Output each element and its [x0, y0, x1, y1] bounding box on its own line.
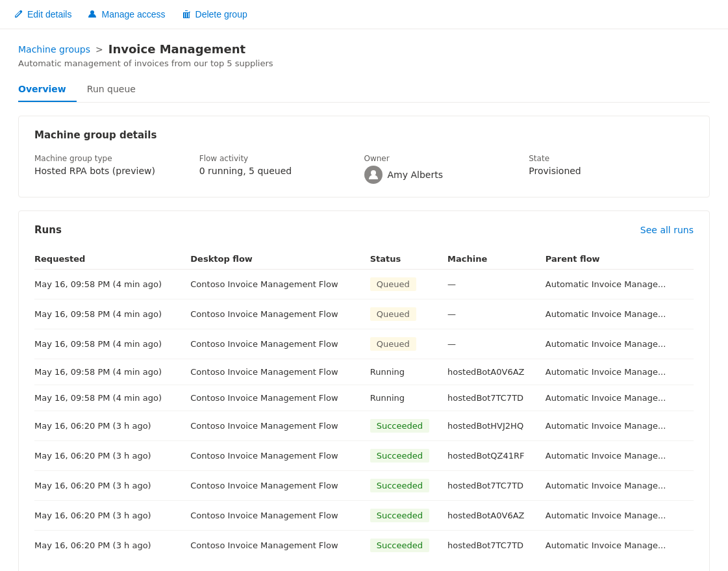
col-desktop-flow: Desktop flow: [190, 249, 370, 270]
cell-machine: hostedBotQZ41RF: [447, 441, 546, 471]
cell-machine: hostedBotA0V6AZ: [447, 359, 546, 385]
status-badge: Queued: [370, 277, 416, 291]
table-row: May 16, 09:58 PM (4 min ago) Contoso Inv…: [34, 329, 694, 359]
cell-requested: May 16, 06:20 PM (3 h ago): [34, 501, 190, 531]
status-badge: Succeeded: [370, 419, 429, 433]
table-row: May 16, 06:20 PM (3 h ago) Contoso Invoi…: [34, 471, 694, 501]
delete-icon: [181, 9, 192, 19]
page-content: Machine groups > Invoice Management Auto…: [0, 29, 728, 571]
machine-group-details-card: Machine group details Machine group type…: [18, 116, 710, 197]
cell-desktop-flow: Contoso Invoice Management Flow: [190, 329, 370, 359]
status-badge: Succeeded: [370, 479, 429, 492]
edit-icon: [13, 9, 23, 19]
table-row: May 16, 06:20 PM (3 h ago) Contoso Invoi…: [34, 531, 694, 561]
cell-requested: May 16, 06:20 PM (3 h ago): [34, 441, 190, 471]
type-value: Hosted RPA bots (preview): [34, 166, 199, 176]
page-subtitle: Automatic management of invoices from ou…: [18, 58, 710, 68]
cell-status: Running: [370, 359, 447, 385]
table-head: Requested Desktop flow Status Machine Pa…: [34, 249, 694, 270]
delete-group-button[interactable]: Delete group: [181, 6, 247, 22]
status-badge: Succeeded: [370, 449, 429, 463]
table-row: May 16, 09:58 PM (4 min ago) Contoso Inv…: [34, 359, 694, 385]
breadcrumb-parent-link[interactable]: Machine groups: [18, 44, 90, 55]
cell-status: Succeeded: [370, 441, 447, 471]
cell-requested: May 16, 06:20 PM (3 h ago): [34, 411, 190, 441]
cell-status: Queued: [370, 270, 447, 299]
breadcrumb-separator: >: [95, 44, 103, 55]
cell-status: Succeeded: [370, 471, 447, 501]
table-row: May 16, 06:20 PM (3 h ago) Contoso Invoi…: [34, 501, 694, 531]
cell-parent-flow: Automatic Invoice Manage...: [546, 531, 694, 561]
status-badge: Running: [370, 393, 405, 403]
col-requested: Requested: [34, 249, 190, 270]
cell-requested: May 16, 06:20 PM (3 h ago): [34, 531, 190, 561]
runs-table: Requested Desktop flow Status Machine Pa…: [34, 249, 694, 560]
runs-header: Runs See all runs: [34, 224, 694, 236]
tab-run-queue[interactable]: Run queue: [87, 79, 146, 102]
cell-desktop-flow: Contoso Invoice Management Flow: [190, 270, 370, 299]
detail-flow-activity: Flow activity 0 running, 5 queued: [199, 154, 364, 176]
type-label: Machine group type: [34, 154, 199, 163]
detail-type: Machine group type Hosted RPA bots (prev…: [34, 154, 199, 176]
col-status: Status: [370, 249, 447, 270]
cell-status: Queued: [370, 299, 447, 329]
details-row: Machine group type Hosted RPA bots (prev…: [34, 154, 694, 184]
cell-parent-flow: Automatic Invoice Manage...: [546, 299, 694, 329]
cell-parent-flow: Automatic Invoice Manage...: [546, 501, 694, 531]
cell-requested: May 16, 09:58 PM (4 min ago): [34, 329, 190, 359]
cell-parent-flow: Automatic Invoice Manage...: [546, 270, 694, 299]
col-machine: Machine: [447, 249, 546, 270]
tab-overview[interactable]: Overview: [18, 79, 77, 102]
cell-desktop-flow: Contoso Invoice Management Flow: [190, 385, 370, 411]
breadcrumb-current: Invoice Management: [108, 42, 245, 56]
cell-desktop-flow: Contoso Invoice Management Flow: [190, 501, 370, 531]
avatar: [364, 166, 383, 184]
cell-machine: hostedBotHVJ2HQ: [447, 411, 546, 441]
toolbar: Edit details Manage access Delete group: [0, 0, 728, 29]
table-row: May 16, 09:58 PM (4 min ago) Contoso Inv…: [34, 299, 694, 329]
cell-requested: May 16, 09:58 PM (4 min ago): [34, 270, 190, 299]
owner-value: Amy Alberts: [388, 170, 443, 180]
cell-desktop-flow: Contoso Invoice Management Flow: [190, 359, 370, 385]
cell-parent-flow: Automatic Invoice Manage...: [546, 411, 694, 441]
cell-status: Queued: [370, 329, 447, 359]
cell-machine: —: [447, 299, 546, 329]
state-label: State: [529, 154, 694, 163]
cell-machine: —: [447, 329, 546, 359]
manage-access-button[interactable]: Manage access: [87, 6, 165, 22]
status-badge: Running: [370, 367, 405, 377]
table-row: May 16, 06:20 PM (3 h ago) Contoso Invoi…: [34, 411, 694, 441]
state-value: Provisioned: [529, 166, 694, 176]
cell-machine: hostedBotA0V6AZ: [447, 501, 546, 531]
cell-status: Succeeded: [370, 411, 447, 441]
status-badge: Queued: [370, 307, 416, 321]
cell-parent-flow: Automatic Invoice Manage...: [546, 471, 694, 501]
edit-details-button[interactable]: Edit details: [13, 6, 71, 22]
cell-desktop-flow: Contoso Invoice Management Flow: [190, 471, 370, 501]
cell-status: Succeeded: [370, 531, 447, 561]
cell-desktop-flow: Contoso Invoice Management Flow: [190, 441, 370, 471]
manage-access-icon: [87, 9, 97, 19]
cell-status: Succeeded: [370, 501, 447, 531]
cell-machine: hostedBot7TC7TD: [447, 385, 546, 411]
table-row: May 16, 09:58 PM (4 min ago) Contoso Inv…: [34, 270, 694, 299]
see-all-runs-link[interactable]: See all runs: [640, 225, 694, 235]
person-icon: [368, 169, 379, 181]
cell-requested: May 16, 09:58 PM (4 min ago): [34, 385, 190, 411]
owner-row: Amy Alberts: [364, 166, 529, 184]
runs-card: Runs See all runs Requested Desktop flow…: [18, 210, 710, 571]
col-parent-flow: Parent flow: [546, 249, 694, 270]
cell-requested: May 16, 06:20 PM (3 h ago): [34, 471, 190, 501]
flow-activity-label: Flow activity: [199, 154, 364, 163]
card-title: Machine group details: [34, 129, 694, 141]
status-badge: Succeeded: [370, 509, 429, 522]
cell-parent-flow: Automatic Invoice Manage...: [546, 359, 694, 385]
cell-desktop-flow: Contoso Invoice Management Flow: [190, 299, 370, 329]
cell-machine: hostedBot7TC7TD: [447, 471, 546, 501]
status-badge: Queued: [370, 337, 416, 351]
table-row: May 16, 09:58 PM (4 min ago) Contoso Inv…: [34, 385, 694, 411]
cell-requested: May 16, 09:58 PM (4 min ago): [34, 299, 190, 329]
detail-state: State Provisioned: [529, 154, 694, 176]
svg-point-1: [371, 170, 376, 175]
runs-title: Runs: [34, 224, 62, 236]
